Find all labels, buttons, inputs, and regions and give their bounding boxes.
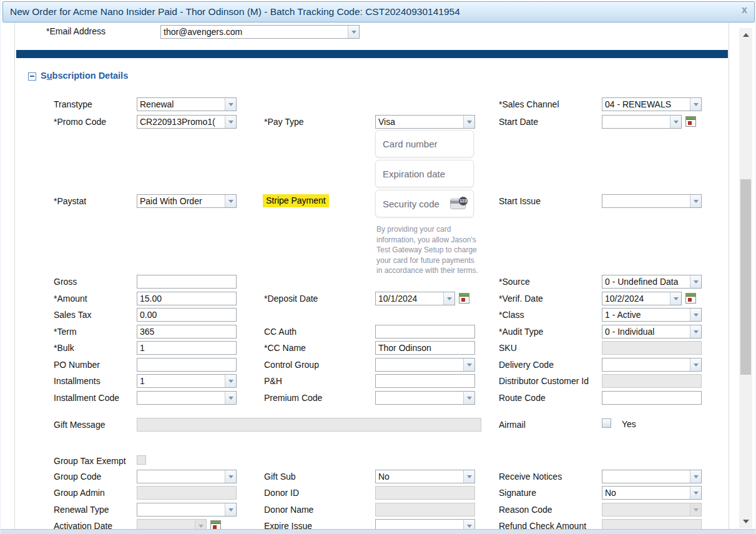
delivery-code-select[interactable] xyxy=(602,358,702,372)
chevron-down-icon[interactable] xyxy=(670,116,681,128)
group-code-label: Group Code xyxy=(54,472,101,482)
chevron-down-icon[interactable] xyxy=(690,309,701,321)
transtype-label: Transtype xyxy=(54,99,92,109)
chevron-down-icon[interactable] xyxy=(463,392,474,404)
calendar-icon[interactable] xyxy=(685,293,696,304)
po-number-label: PO Number xyxy=(54,360,100,370)
sales-tax-label: Sales Tax xyxy=(54,310,91,320)
cc-auth-input[interactable] xyxy=(375,325,475,339)
airmail-checkbox[interactable] xyxy=(602,418,611,428)
class-value: 1 - Active xyxy=(602,309,690,321)
panel-right-border xyxy=(729,22,729,529)
start-issue-select[interactable] xyxy=(602,194,702,208)
start-date-select[interactable] xyxy=(602,115,682,129)
donor-id-label: Donor ID xyxy=(264,488,299,498)
chevron-down-icon xyxy=(690,503,701,516)
audit-type-label: *Audit Type xyxy=(499,327,543,337)
start-issue-value xyxy=(602,195,690,207)
term-input[interactable] xyxy=(137,325,237,339)
chevron-down-icon[interactable] xyxy=(690,98,701,111)
pay-type-select[interactable]: Visa xyxy=(375,115,475,129)
email-field[interactable]: thor@avengers.com xyxy=(160,25,360,39)
start-date-label: Start Date xyxy=(499,117,538,127)
group-code-select[interactable] xyxy=(137,470,237,483)
chevron-down-icon[interactable] xyxy=(443,292,454,305)
premium-code-label: Premium Code xyxy=(264,393,322,403)
close-icon[interactable]: x xyxy=(742,4,747,16)
chevron-down-icon[interactable] xyxy=(225,392,236,404)
promo-code-select[interactable]: CR220913Promo1( xyxy=(137,115,237,129)
audit-type-select[interactable]: 0 - Individual xyxy=(602,325,702,339)
chevron-down-icon[interactable] xyxy=(225,470,236,483)
chevron-down-icon[interactable] xyxy=(690,275,701,288)
gift-sub-select[interactable]: No xyxy=(375,470,475,483)
vertical-scrollbar[interactable] xyxy=(739,28,752,528)
chevron-down-icon[interactable] xyxy=(463,116,474,128)
chevron-down-icon[interactable] xyxy=(690,325,701,338)
chevron-down-icon[interactable] xyxy=(463,358,474,371)
premium-code-select[interactable] xyxy=(375,391,475,405)
ph-input[interactable] xyxy=(375,374,475,388)
scroll-down-icon[interactable] xyxy=(739,516,752,527)
expiration-date-input[interactable]: Expiration date xyxy=(375,160,474,187)
delivery-code-value xyxy=(602,358,690,371)
bulk-label: *Bulk xyxy=(54,343,74,353)
chevron-down-icon[interactable] xyxy=(225,195,236,207)
verif-date-select[interactable]: 10/2/2024 xyxy=(602,292,682,305)
security-code-input[interactable]: Security code 123 xyxy=(375,190,474,217)
gift-message-input xyxy=(137,418,481,432)
chevron-down-icon[interactable] xyxy=(670,292,681,305)
bulk-input[interactable] xyxy=(137,341,237,355)
reason-code-label: Reason Code xyxy=(499,505,552,515)
calendar-icon[interactable] xyxy=(459,293,469,304)
scroll-up-icon[interactable] xyxy=(739,29,752,41)
chevron-down-icon[interactable] xyxy=(690,470,701,483)
ph-label: P&H xyxy=(264,376,282,386)
route-code-input[interactable] xyxy=(602,391,702,405)
calendar-icon[interactable] xyxy=(685,116,696,127)
chevron-down-icon[interactable] xyxy=(690,487,701,499)
receive-notices-select[interactable] xyxy=(602,470,702,483)
installments-select[interactable]: 1 xyxy=(137,374,237,388)
audit-type-value: 0 - Individual xyxy=(602,325,690,338)
po-number-input[interactable] xyxy=(137,358,237,372)
sales-tax-input[interactable] xyxy=(137,308,237,322)
chevron-down-icon[interactable] xyxy=(463,470,474,483)
sales-channel-label: *Sales Channel xyxy=(499,99,559,109)
pay-type-value: Visa xyxy=(376,116,463,128)
collapse-section-icon[interactable] xyxy=(28,72,36,81)
paystat-value: Paid With Order xyxy=(137,195,225,207)
deposit-date-select[interactable]: 10/1/2024 xyxy=(375,292,455,305)
sales-channel-select[interactable]: 04 - RENEWALS xyxy=(602,97,702,111)
chevron-down-icon[interactable] xyxy=(225,116,236,128)
security-code-placeholder: Security code xyxy=(383,199,439,209)
amount-input[interactable] xyxy=(137,292,237,305)
chevron-down-icon[interactable] xyxy=(225,375,236,387)
chevron-down-icon[interactable] xyxy=(225,503,236,516)
class-select[interactable]: 1 - Active xyxy=(602,308,702,322)
start-issue-label: Start Issue xyxy=(499,196,541,206)
chevron-down-icon[interactable] xyxy=(690,195,701,207)
paystat-select[interactable]: Paid With Order xyxy=(137,194,237,208)
signature-select[interactable]: No xyxy=(602,486,702,500)
gross-input[interactable] xyxy=(137,275,237,289)
installment-code-select[interactable] xyxy=(137,391,237,405)
chevron-down-icon[interactable] xyxy=(225,98,236,111)
chevron-down-icon[interactable] xyxy=(690,358,701,371)
group-tax-exempt-checkbox xyxy=(137,455,146,465)
cc-name-input[interactable] xyxy=(375,341,475,355)
chevron-down-icon[interactable] xyxy=(348,26,359,38)
pay-type-label: *Pay Type xyxy=(264,117,304,127)
card-number-placeholder: Card number xyxy=(383,139,438,149)
card-number-input[interactable]: Card number xyxy=(375,130,474,157)
cc-name-label: *CC Name xyxy=(264,343,306,353)
transtype-select[interactable]: Renewal xyxy=(137,97,237,111)
control-group-select[interactable] xyxy=(375,358,475,372)
section-title-accelerator: u xyxy=(47,71,52,81)
scrollbar-thumb[interactable] xyxy=(740,179,751,375)
route-code-label: Route Code xyxy=(499,393,546,403)
source-select[interactable]: 0 - Undefined Data xyxy=(602,275,702,289)
renewal-type-select[interactable] xyxy=(137,503,237,517)
airmail-label: Airmail xyxy=(499,420,526,430)
gross-label: Gross xyxy=(54,277,77,287)
